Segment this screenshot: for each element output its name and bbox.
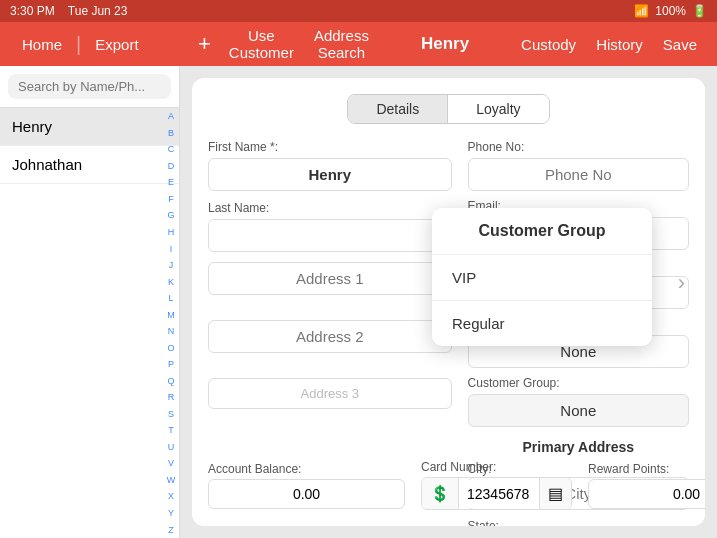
nav-bar: Home | Export + Use Customer Address Sea… (0, 22, 717, 66)
date: Tue Jun 23 (68, 4, 128, 18)
dropdown-item-vip[interactable]: VIP (432, 255, 652, 301)
reward-points-input[interactable] (588, 479, 705, 509)
content-area: Details Loyalty First Name *: Last Name: (180, 66, 717, 538)
phone-group: Phone No: (468, 140, 689, 191)
left-column: First Name *: Last Name: (208, 140, 452, 426)
address1-group (208, 262, 452, 310)
first-name-input[interactable] (208, 158, 452, 191)
customer-item-johnathan[interactable]: Johnathan (0, 146, 179, 184)
chevron-right-icon[interactable]: › (678, 270, 685, 296)
first-name-group: First Name *: (208, 140, 452, 191)
dropdown-title: Customer Group (432, 208, 652, 255)
search-input[interactable] (8, 74, 171, 99)
card-number-label: Card Number: (421, 460, 572, 474)
reward-points-field: Reward Points: (588, 462, 705, 509)
card-number-field: Card Number: 💲 ▤ (421, 460, 572, 510)
account-balance-input[interactable] (208, 479, 405, 509)
address1-input[interactable] (208, 262, 452, 295)
customer-group-dropdown: Customer Group VIP Regular (432, 208, 652, 346)
phone-label: Phone No: (468, 140, 689, 154)
customer-group-field-group: Customer Group: None (468, 376, 689, 427)
nav-left: Home | Export (10, 28, 190, 61)
barcode-scan-icon[interactable]: ▤ (539, 478, 571, 509)
address3-group: Address 3 (208, 378, 452, 426)
tab-details[interactable]: Details (348, 95, 448, 123)
tab-group: Details Loyalty (347, 94, 549, 124)
dropdown-item-regular[interactable]: Regular (432, 301, 652, 346)
address-search-button[interactable]: Address Search (304, 19, 379, 69)
customer-group-label: Customer Group: (468, 376, 689, 390)
last-name-label: Last Name: (208, 201, 452, 215)
alpha-index: A B C D E F G H I J K L M N O P Q R S T (163, 108, 179, 538)
add-button[interactable]: + (190, 31, 219, 57)
nav-title: Henry (401, 34, 489, 54)
main-layout: Henry Johnathan A B C D E F G H I J K L … (0, 66, 717, 538)
phone-input[interactable] (468, 158, 689, 191)
wifi-icon: 📶 (634, 4, 649, 18)
last-name-group: Last Name: (208, 201, 452, 252)
customer-group-value[interactable]: None (468, 394, 689, 427)
nav-center: + Use Customer Address Search (190, 19, 379, 69)
tab-loyalty[interactable]: Loyalty (448, 95, 548, 123)
export-button[interactable]: Export (83, 28, 150, 61)
status-time: 3:30 PM Tue Jun 23 (10, 4, 127, 18)
account-balance-field: Account Balance: (208, 462, 405, 509)
battery-indicator: 100% (655, 4, 686, 18)
status-indicators: 📶 100% 🔋 (634, 4, 707, 18)
last-name-input[interactable] (208, 219, 452, 252)
customer-item-henry[interactable]: Henry (0, 108, 179, 146)
tab-bar: Details Loyalty (208, 94, 689, 124)
save-button[interactable]: Save (653, 28, 707, 61)
dollar-icon: 💲 (422, 478, 459, 509)
search-bar (0, 66, 179, 108)
reward-points-label: Reward Points: (588, 462, 705, 476)
nav-right: Custody History Save (511, 28, 707, 61)
customer-list: Henry Johnathan A B C D E F G H I J K L … (0, 108, 179, 538)
account-balance-label: Account Balance: (208, 462, 405, 476)
use-customer-button[interactable]: Use Customer (219, 19, 304, 69)
card-number-input[interactable] (459, 480, 539, 508)
state-group: State: (468, 516, 689, 526)
address2-input[interactable] (208, 320, 452, 353)
history-button[interactable]: History (586, 28, 653, 61)
time: 3:30 PM (10, 4, 55, 18)
state-label: State: (468, 519, 499, 526)
address3-placeholder[interactable]: Address 3 (208, 378, 452, 409)
detail-card: Details Loyalty First Name *: Last Name: (192, 78, 705, 526)
address2-group (208, 320, 452, 368)
bottom-bar: Account Balance: Card Number: 💲 ▤ Reward… (208, 460, 689, 510)
sidebar: Henry Johnathan A B C D E F G H I J K L … (0, 66, 180, 538)
primary-address-title: Primary Address (468, 439, 689, 455)
battery-icon: 🔋 (692, 4, 707, 18)
nav-title-area: Henry (379, 34, 511, 54)
card-number-group: 💲 ▤ (421, 477, 572, 510)
custody-button[interactable]: Custody (511, 28, 586, 61)
home-button[interactable]: Home (10, 28, 74, 61)
first-name-label: First Name *: (208, 140, 452, 154)
